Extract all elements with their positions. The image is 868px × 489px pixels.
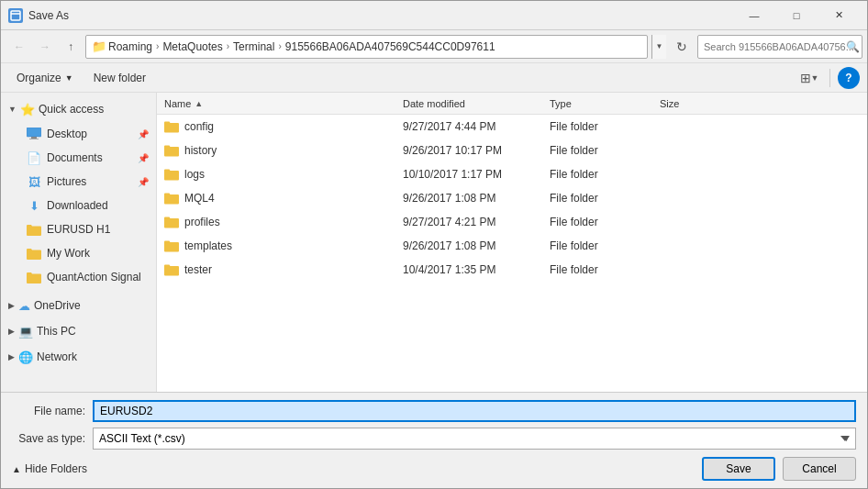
organize-label: Organize [17, 72, 61, 84]
documents-icon: 📄 [27, 150, 41, 165]
onedrive-header[interactable]: ▶ ☁ OneDrive [1, 293, 156, 318]
folder-icon [164, 263, 179, 276]
thispc-label: This PC [37, 325, 76, 338]
sidebar-item-mywork[interactable]: My Work [1, 241, 156, 265]
crumb-folder-id: 915566BA06ADA407569C544CC0D97611 [285, 40, 495, 53]
filetype-label: Save as type: [12, 432, 85, 445]
hide-folders-arrow-icon: ▲ [12, 464, 21, 474]
header-name[interactable]: Name ▲ [164, 98, 403, 109]
filename-input[interactable] [93, 400, 856, 422]
file-date: 9/27/2017 4:21 PM [403, 216, 550, 228]
forward-button[interactable]: → [34, 36, 56, 58]
title-bar-buttons: — □ ✕ [733, 1, 860, 30]
refresh-button[interactable]: ↻ [670, 35, 694, 59]
crumb-sep-2: › [227, 41, 229, 51]
header-size[interactable]: Size [660, 98, 733, 109]
save-as-dialog: Save As — □ ✕ ← → ↑ 📁 Roaming › MetaQuot… [0, 0, 868, 489]
view-button[interactable]: ⊞▼ [796, 67, 822, 89]
sidebar-item-quantaction-label: QuantAction Signal [47, 271, 149, 283]
sidebar-item-eurusd-label: EURUSD H1 [47, 223, 149, 236]
file-name: tester [184, 263, 212, 276]
filename-label: File name: [12, 405, 85, 417]
table-row[interactable]: templates 9/26/2017 1:08 PM File folder [157, 234, 867, 258]
svg-rect-0 [11, 11, 20, 20]
sidebar-item-downloaded[interactable]: ⬇ Downloaded [1, 194, 156, 217]
mywork-folder-icon [27, 246, 41, 261]
file-date: 9/26/2017 1:08 PM [403, 192, 550, 205]
file-type: File folder [550, 239, 660, 252]
pin-icon-documents: 📌 [138, 153, 149, 163]
svg-rect-2 [27, 128, 41, 137]
table-row[interactable]: profiles 9/27/2017 4:21 PM File folder [157, 210, 867, 234]
bottom-buttons: ▲ Hide Folders Save Cancel [12, 457, 856, 481]
action-divider [829, 69, 830, 87]
address-bar[interactable]: 📁 Roaming › MetaQuotes › Terminal › 9155… [85, 35, 648, 59]
hide-folders-label: Hide Folders [25, 462, 87, 475]
close-button[interactable]: ✕ [818, 1, 860, 30]
file-date: 10/10/2017 1:17 PM [403, 168, 550, 181]
table-row[interactable]: tester 10/4/2017 1:35 PM File folder [157, 258, 867, 282]
folder-icon [164, 239, 179, 252]
table-row[interactable]: history 9/26/2017 10:17 PM File folder [157, 139, 867, 162]
sidebar-item-desktop[interactable]: Desktop 📌 [1, 122, 156, 146]
file-name: logs [184, 168, 205, 181]
table-row[interactable]: logs 10/10/2017 1:17 PM File folder [157, 162, 867, 186]
network-collapse-icon: ▶ [8, 352, 15, 361]
hide-folders-button[interactable]: ▲ Hide Folders [12, 462, 695, 475]
header-type[interactable]: Type [550, 98, 660, 109]
onedrive-label: OneDrive [34, 299, 81, 312]
sidebar-item-eurusd[interactable]: EURUSD H1 [1, 217, 156, 241]
window-title: Save As [28, 9, 733, 22]
address-dropdown-button[interactable]: ▼ [651, 35, 666, 59]
thispc-collapse-icon: ▶ [8, 327, 15, 336]
table-row[interactable]: config 9/27/2017 4:44 PM File folder [157, 115, 867, 139]
file-list: config 9/27/2017 4:44 PM File folder his… [157, 115, 867, 282]
sidebar-item-quantaction[interactable]: QuantAction Signal [1, 265, 156, 289]
quick-access-header[interactable]: ▼ ⭐ Quick access [1, 96, 156, 122]
minimize-button[interactable]: — [733, 1, 775, 30]
crumb-sep-3: › [278, 41, 281, 51]
save-button[interactable]: Save [702, 457, 775, 481]
network-header[interactable]: ▶ 🌐 Network [1, 344, 156, 370]
onedrive-icon: ☁ [18, 299, 30, 313]
help-button[interactable]: ? [838, 67, 860, 89]
crumb-sep-1: › [156, 41, 159, 51]
file-type: File folder [550, 263, 660, 276]
sidebar-item-pictures[interactable]: 🖼 Pictures 📌 [1, 170, 156, 194]
search-input[interactable] [697, 35, 862, 59]
crumb-metaquotes: MetaQuotes [162, 40, 222, 53]
quick-access-label: Quick access [39, 103, 104, 116]
filename-row: File name: [12, 400, 856, 422]
file-list-header: Name ▲ Date modified Type Size [157, 93, 867, 115]
new-folder-button[interactable]: New folder [85, 67, 154, 89]
view-dropdown-icon: ▼ [811, 73, 819, 83]
thispc-header[interactable]: ▶ 💻 This PC [1, 318, 156, 344]
file-area: Name ▲ Date modified Type Size config 9/… [157, 93, 867, 392]
file-name: history [184, 144, 217, 157]
file-date: 10/4/2017 1:35 PM [403, 263, 550, 276]
organize-button[interactable]: Organize ▼ [8, 67, 82, 89]
sidebar-item-documents[interactable]: 📄 Documents 📌 [1, 146, 156, 170]
desktop-icon [27, 127, 41, 141]
header-date-modified[interactable]: Date modified [403, 98, 550, 109]
eurusd-folder-icon [27, 222, 41, 237]
sidebar-item-pictures-label: Pictures [47, 175, 132, 188]
sidebar-item-desktop-label: Desktop [47, 128, 132, 140]
back-button[interactable]: ← [8, 36, 30, 58]
svg-rect-4 [31, 137, 37, 139]
file-name: profiles [184, 216, 220, 228]
file-type: File folder [550, 120, 660, 133]
window-icon [8, 8, 23, 23]
folder-icon [164, 120, 179, 133]
cancel-button[interactable]: Cancel [783, 457, 856, 481]
filetype-select[interactable]: ASCII Text (*.csv) [93, 428, 856, 450]
sidebar-item-mywork-label: My Work [47, 247, 149, 260]
up-button[interactable]: ↑ [60, 36, 82, 58]
file-date: 9/27/2017 4:44 PM [403, 120, 550, 133]
sidebar: ▼ ⭐ Quick access Desktop 📌 📄 Documents 📌… [1, 93, 157, 392]
maximize-button[interactable]: □ [775, 1, 818, 30]
bottom-panel: File name: Save as type: ASCII Text (*.c… [1, 392, 867, 488]
quick-access-collapse-icon: ▼ [8, 105, 17, 114]
file-date: 9/26/2017 10:17 PM [403, 144, 550, 157]
table-row[interactable]: MQL4 9/26/2017 1:08 PM File folder [157, 186, 867, 210]
